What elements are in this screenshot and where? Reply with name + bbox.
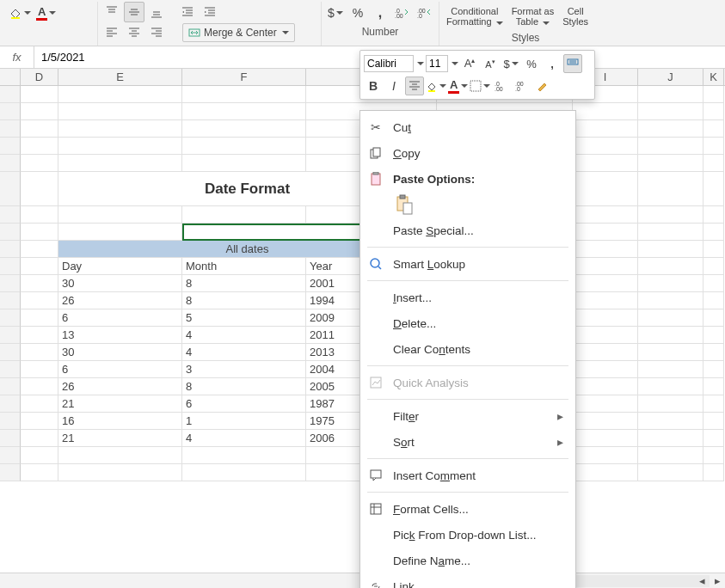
- fill-color-button[interactable]: [7, 3, 33, 23]
- fx-label[interactable]: fx: [0, 46, 34, 68]
- cell[interactable]: [21, 344, 58, 361]
- align-bottom-button[interactable]: [146, 2, 167, 22]
- cell[interactable]: [58, 155, 182, 172]
- cell[interactable]: [638, 120, 703, 138]
- table-cell-month[interactable]: 4: [182, 344, 306, 361]
- ctx-insert-comment[interactable]: Insert Comment: [360, 462, 575, 488]
- table-cell-day[interactable]: 30: [58, 275, 182, 292]
- table-cell-day[interactable]: 26: [58, 378, 182, 395]
- cell[interactable]: [638, 258, 703, 275]
- cell[interactable]: [573, 206, 638, 224]
- cell[interactable]: [703, 172, 724, 206]
- col-header-D[interactable]: D: [21, 69, 58, 85]
- cell[interactable]: [573, 361, 638, 378]
- ctx-sort[interactable]: Sort▸: [360, 429, 575, 455]
- cell[interactable]: [182, 464, 306, 481]
- table-cell-day[interactable]: 21: [58, 430, 182, 447]
- cell[interactable]: [703, 395, 724, 413]
- ctx-clear-contents[interactable]: Clear Contents: [360, 336, 575, 362]
- table-cell-day[interactable]: 30: [58, 344, 182, 361]
- cell[interactable]: [58, 447, 182, 464]
- cell[interactable]: [638, 309, 703, 327]
- ctx-define-name[interactable]: Define Name...: [360, 548, 575, 573]
- cell[interactable]: [573, 258, 638, 275]
- cell[interactable]: [703, 327, 724, 344]
- cell[interactable]: [182, 120, 306, 138]
- align-center-button[interactable]: [124, 22, 144, 43]
- cell[interactable]: [638, 447, 703, 464]
- mini-comma-button[interactable]: ,: [543, 54, 562, 73]
- table-cell-month[interactable]: 8: [182, 378, 306, 395]
- cell[interactable]: [573, 344, 638, 361]
- table-cell-month[interactable]: 4: [182, 327, 306, 344]
- ctx-pick-dropdown[interactable]: Pick From Drop-down List...: [360, 522, 575, 548]
- cell[interactable]: [573, 413, 638, 430]
- cell[interactable]: [703, 413, 724, 430]
- table-cell-month[interactable]: 8: [182, 275, 306, 292]
- table-cell-day[interactable]: 21: [58, 395, 182, 413]
- cell[interactable]: [573, 447, 638, 464]
- ctx-insert[interactable]: Insert...: [360, 285, 575, 310]
- percent-button[interactable]: %: [347, 3, 368, 23]
- cell[interactable]: [703, 86, 724, 103]
- cell[interactable]: [638, 155, 703, 172]
- cell[interactable]: [703, 138, 724, 155]
- cell[interactable]: [703, 241, 724, 258]
- cell[interactable]: [703, 309, 724, 327]
- cell[interactable]: [21, 103, 58, 120]
- table-cell-day[interactable]: 6: [58, 309, 182, 327]
- cell[interactable]: [638, 430, 703, 447]
- table-cell-month[interactable]: 4: [182, 430, 306, 447]
- cell[interactable]: [21, 447, 58, 464]
- ctx-paste-special[interactable]: Paste Special...: [360, 217, 575, 243]
- cell[interactable]: [182, 206, 306, 224]
- cell[interactable]: [638, 395, 703, 413]
- align-middle-button[interactable]: [124, 2, 144, 22]
- cell[interactable]: [58, 103, 182, 120]
- mini-font-color-button[interactable]: A: [448, 77, 468, 95]
- cell[interactable]: [573, 224, 638, 241]
- cell[interactable]: [703, 447, 724, 464]
- cell[interactable]: [21, 327, 58, 344]
- ctx-cut[interactable]: ✂ Cut: [360, 114, 575, 140]
- table-cell-day[interactable]: 13: [58, 327, 182, 344]
- mini-align-center-button[interactable]: [405, 77, 424, 95]
- cell[interactable]: [182, 103, 306, 120]
- increase-indent-button[interactable]: [200, 2, 220, 22]
- mini-format-painter-button[interactable]: [563, 54, 582, 73]
- col-header-J[interactable]: J: [638, 69, 703, 85]
- cell[interactable]: [703, 224, 724, 241]
- cell[interactable]: [638, 292, 703, 309]
- cell[interactable]: [182, 447, 306, 464]
- table-cell-month[interactable]: 5: [182, 309, 306, 327]
- cell[interactable]: [638, 275, 703, 292]
- table-col-month[interactable]: Month: [182, 258, 306, 275]
- cell[interactable]: [21, 155, 58, 172]
- decrease-decimal-button[interactable]: .00.0: [415, 3, 435, 23]
- comma-button[interactable]: ,: [370, 3, 390, 23]
- ctx-paste-button[interactable]: [393, 192, 415, 217]
- cell[interactable]: [21, 395, 58, 413]
- cell[interactable]: [638, 241, 703, 258]
- cell[interactable]: [573, 309, 638, 327]
- increase-decimal-button[interactable]: .0.00: [392, 3, 413, 23]
- cell[interactable]: [21, 206, 58, 224]
- cell[interactable]: [573, 120, 638, 138]
- cell[interactable]: [21, 361, 58, 378]
- mini-fill-color-button[interactable]: [426, 77, 446, 95]
- scroll-left-button[interactable]: ◂: [694, 573, 710, 589]
- cell[interactable]: [21, 120, 58, 138]
- mini-currency-button[interactable]: $: [501, 54, 520, 73]
- align-top-button[interactable]: [101, 2, 122, 22]
- col-header-K[interactable]: K: [703, 69, 724, 85]
- table-cell-day[interactable]: 6: [58, 361, 182, 378]
- ctx-smart-lookup[interactable]: Smart Lookup: [360, 251, 575, 277]
- align-left-button[interactable]: [101, 22, 122, 43]
- table-col-day[interactable]: Day: [58, 258, 182, 275]
- cell[interactable]: [21, 241, 58, 258]
- cell[interactable]: [58, 120, 182, 138]
- table-cell-month[interactable]: 8: [182, 292, 306, 309]
- cell[interactable]: [703, 292, 724, 309]
- cell[interactable]: [638, 224, 703, 241]
- cell[interactable]: [703, 378, 724, 395]
